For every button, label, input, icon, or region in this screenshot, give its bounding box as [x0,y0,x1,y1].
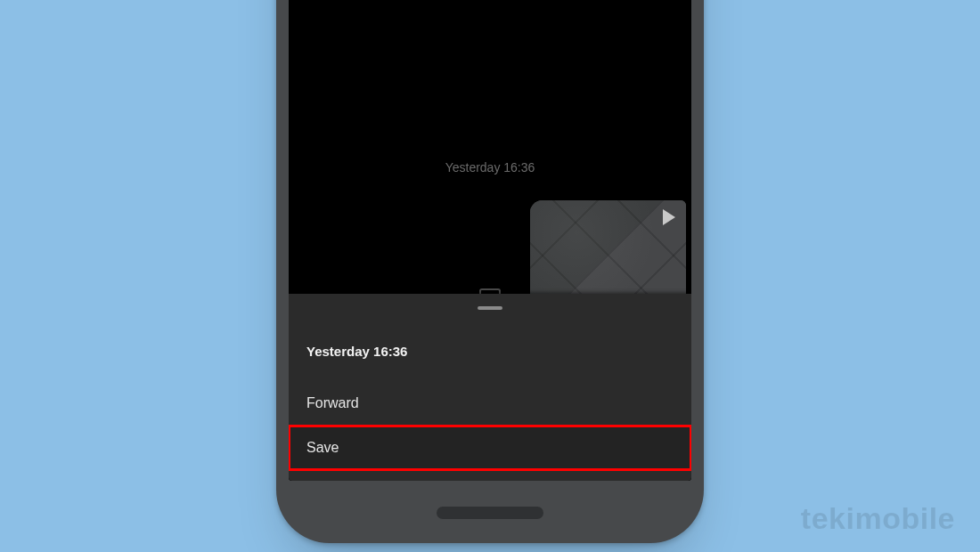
menu-item-save[interactable]: Save [289,426,691,470]
sheet-title: Yesterday 16:36 [306,344,407,359]
video-message[interactable] [530,200,686,307]
phone-frame: Yesterday 16:36 Yesterday 16:36 Forward … [276,0,704,543]
phone-speaker [437,507,543,519]
play-icon[interactable] [663,209,675,225]
menu-item-forward[interactable]: Forward [289,381,691,426]
context-menu: Forward Save [289,381,691,470]
watermark: tekimobile [801,501,955,536]
phone-screen: Yesterday 16:36 Yesterday 16:36 Forward … [289,0,691,481]
drag-handle[interactable] [478,306,502,310]
message-timestamp: Yesterday 16:36 [289,160,691,175]
bottom-sheet: Yesterday 16:36 Forward Save [289,294,691,481]
